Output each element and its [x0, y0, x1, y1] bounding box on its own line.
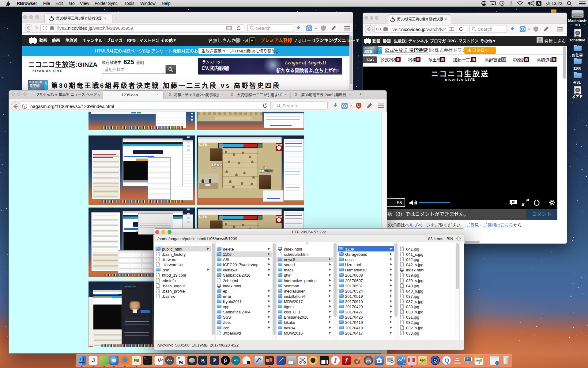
svg-text:U: U — [322, 27, 324, 30]
svg-text:G: G — [378, 360, 380, 363]
svg-text:A: A — [537, 2, 540, 6]
svg-text:i: i — [24, 104, 25, 109]
svg-text:火 13:22: 火 13:22 — [546, 1, 562, 6]
svg-text:i: i — [378, 27, 379, 31]
svg-text:intel: intel — [403, 362, 406, 364]
svg-text:i: i — [44, 26, 45, 30]
